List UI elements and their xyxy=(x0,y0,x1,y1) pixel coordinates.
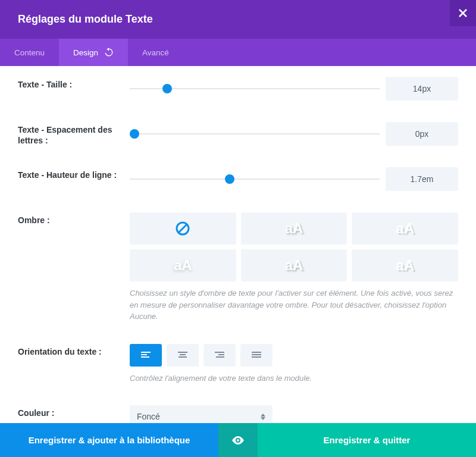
align-right-button[interactable] xyxy=(203,344,236,367)
label-orientation: Orientation du texte : xyxy=(18,344,130,357)
row-orientation: Orientation du texte : Cont xyxy=(18,333,458,395)
modal-title: Réglages du module Texte xyxy=(18,13,153,26)
shadow-option-2[interactable]: aA xyxy=(352,212,458,245)
row-color: Couleur : Foncé Choisissez si votre text… xyxy=(18,395,458,423)
row-line-height: Texte - Hauteur de ligne : 1.7em xyxy=(18,156,458,202)
shadow-option-4[interactable]: aA xyxy=(241,249,347,281)
align-justify-button[interactable] xyxy=(240,344,273,367)
chevron-updown-icon xyxy=(261,414,265,420)
eye-icon xyxy=(232,436,244,445)
row-letter-spacing: Texte - Espacement des lettres : 0px xyxy=(18,111,458,156)
slider-letter-spacing[interactable] xyxy=(130,128,380,140)
shadow-option-5[interactable]: aA xyxy=(352,249,458,281)
save-and-exit-button[interactable]: Enregistrer & quitter xyxy=(258,423,476,457)
svg-point-14 xyxy=(237,439,239,442)
label-color: Couleur : xyxy=(18,405,130,418)
tab-design[interactable]: Design xyxy=(59,39,128,66)
help-shadow: Choisissez un style d'ombre de texte pou… xyxy=(130,287,458,323)
align-center-button[interactable] xyxy=(167,344,199,367)
close-icon xyxy=(459,9,467,17)
help-orientation: Contrôlez l'alignement de votre texte da… xyxy=(130,373,458,384)
shadow-option-1[interactable]: aA xyxy=(241,212,347,245)
slider-line-height[interactable] xyxy=(130,173,380,185)
save-to-library-button[interactable]: Enregistrer & ajouter à la bibliothèque xyxy=(0,423,218,457)
reset-icon xyxy=(104,48,114,57)
select-color-value: Foncé xyxy=(137,412,160,421)
settings-panel: Texte - Taille : 14px Texte - Espacement… xyxy=(0,66,476,423)
row-text-size: Texte - Taille : 14px xyxy=(18,66,458,111)
text-module-settings: Réglages du module Texte Contenu Design … xyxy=(0,0,476,457)
align-left-button[interactable] xyxy=(130,344,162,367)
value-line-height[interactable]: 1.7em xyxy=(386,167,458,191)
label-letter-spacing: Texte - Espacement des lettres : xyxy=(18,122,130,146)
align-right-icon xyxy=(215,352,224,359)
tab-bar: Contenu Design Avancé xyxy=(0,39,476,66)
slider-text-size[interactable] xyxy=(130,83,380,95)
value-letter-spacing[interactable]: 0px xyxy=(386,122,458,146)
label-line-height: Texte - Hauteur de ligne : xyxy=(18,167,130,180)
row-shadow: Ombre : aA aA aA aA aA xyxy=(18,202,458,333)
align-center-icon xyxy=(178,352,187,359)
align-left-icon xyxy=(141,352,151,359)
preview-button[interactable] xyxy=(218,423,258,457)
label-text-size: Texte - Taille : xyxy=(18,77,130,90)
shadow-options: aA aA aA aA aA xyxy=(130,212,458,281)
modal-footer: Enregistrer & ajouter à la bibliothèque … xyxy=(0,423,476,457)
value-text-size[interactable]: 14px xyxy=(386,77,458,101)
close-button[interactable] xyxy=(450,0,476,26)
label-shadow: Ombre : xyxy=(18,212,130,226)
shadow-option-none[interactable] xyxy=(130,212,236,245)
modal-header: Réglages du module Texte xyxy=(0,0,476,39)
tab-advanced[interactable]: Avancé xyxy=(128,39,183,66)
prohibited-icon xyxy=(175,221,190,236)
select-color[interactable]: Foncé xyxy=(130,405,273,423)
tab-content[interactable]: Contenu xyxy=(0,39,59,66)
align-justify-icon xyxy=(252,352,261,359)
align-buttons xyxy=(130,344,458,367)
svg-line-1 xyxy=(178,224,187,233)
shadow-option-3[interactable]: aA xyxy=(130,249,236,281)
